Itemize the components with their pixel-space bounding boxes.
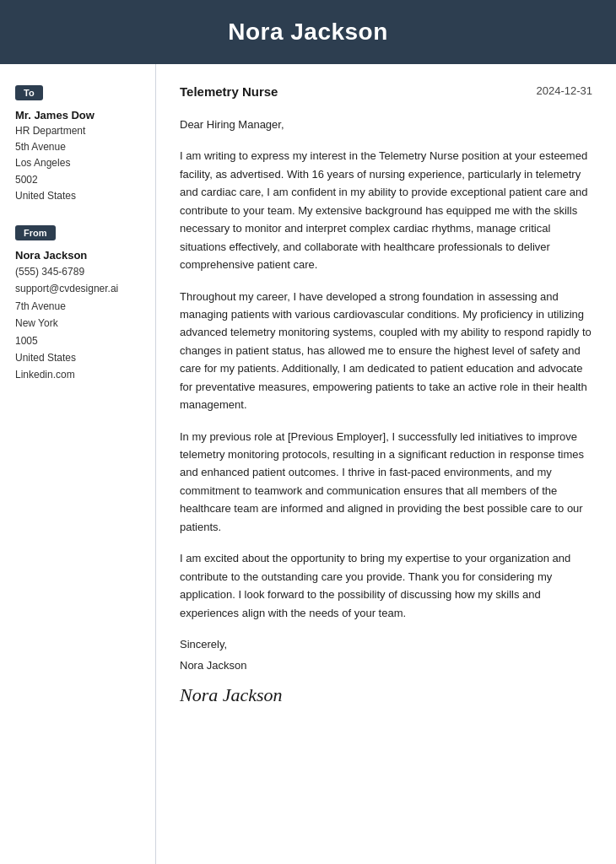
recipient-line4: 5002 <box>15 172 140 188</box>
recipient-name: Mr. James Dow <box>15 109 140 122</box>
main-content: Telemetry Nurse 2024-12-31 Dear Hiring M… <box>156 64 616 864</box>
cursive-signature: Nora Jackson <box>180 680 592 710</box>
content-area: To Mr. James Dow HR Department 5th Avenu… <box>0 64 616 864</box>
sender-name: Nora Jackson <box>15 249 140 262</box>
sender-zip: 1005 <box>15 332 140 349</box>
letter-paragraph2: Throughout my career, I have developed a… <box>180 288 592 414</box>
recipient-line1: HR Department <box>15 123 140 139</box>
from-badge: From <box>15 225 56 240</box>
letter-paragraph3: In my previous role at [Previous Employe… <box>180 428 592 537</box>
sender-country: United States <box>15 349 140 366</box>
recipient-line5: United States <box>15 188 140 204</box>
header-name: Nora Jackson <box>17 19 599 46</box>
letter-paragraph1: I am writing to express my interest in t… <box>180 147 592 273</box>
sender-phone: (555) 345-6789 <box>15 263 140 280</box>
letter-header: Telemetry Nurse 2024-12-31 <box>180 84 592 99</box>
header: Nora Jackson <box>0 0 616 64</box>
to-section: To Mr. James Dow HR Department 5th Avenu… <box>15 84 140 204</box>
sidebar: To Mr. James Dow HR Department 5th Avenu… <box>0 64 156 864</box>
signature-block: Sincerely, Nora Jackson Nora Jackson <box>180 635 592 710</box>
sender-email: support@cvdesigner.ai <box>15 280 140 297</box>
letter-greeting: Dear Hiring Manager, <box>180 116 592 133</box>
recipient-line2: 5th Avenue <box>15 139 140 155</box>
to-badge: To <box>15 85 43 100</box>
sender-website: Linkedin.com <box>15 366 140 383</box>
closing-name: Nora Jackson <box>180 656 592 674</box>
job-title: Telemetry Nurse <box>180 84 278 99</box>
closing-text: Sincerely, <box>180 635 592 653</box>
recipient-line3: Los Angeles <box>15 155 140 171</box>
sender-city: New York <box>15 315 140 332</box>
letter-body: Dear Hiring Manager, I am writing to exp… <box>180 116 592 710</box>
letter-date: 2024-12-31 <box>537 84 593 97</box>
page: Nora Jackson To Mr. James Dow HR Departm… <box>0 0 616 864</box>
from-section: From Nora Jackson (555) 345-6789 support… <box>15 224 140 384</box>
letter-paragraph4: I am excited about the opportunity to br… <box>180 549 592 622</box>
sender-street: 7th Avenue <box>15 298 140 315</box>
